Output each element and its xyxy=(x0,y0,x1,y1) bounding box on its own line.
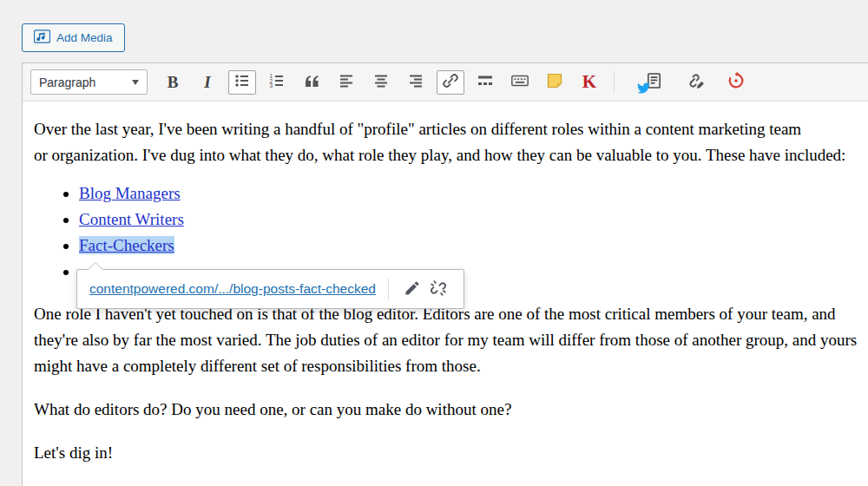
align-left-button[interactable] xyxy=(332,70,360,95)
align-left-icon xyxy=(338,72,355,92)
add-media-label: Add Media xyxy=(56,31,113,44)
bold-button[interactable]: B xyxy=(159,70,187,95)
blockquote-icon xyxy=(303,72,320,92)
paragraph: Over the last year, I've been writing a … xyxy=(34,116,868,168)
bulleted-list-button[interactable] xyxy=(228,70,256,95)
link-button[interactable] xyxy=(437,70,464,95)
fact-checkers-link[interactable]: Fact-Checkers xyxy=(79,236,174,254)
paragraph-line: What do editors do? Do you need one, or … xyxy=(34,397,868,423)
blockquote-button[interactable] xyxy=(298,70,326,95)
toolbar-toggle-button[interactable] xyxy=(506,70,534,95)
media-icon xyxy=(34,30,50,46)
paragraph-line: might have a completely different set of… xyxy=(34,353,868,379)
numbered-list-button[interactable]: 1 2 3 xyxy=(263,70,291,95)
edit-link-button[interactable] xyxy=(399,276,425,302)
bold-icon: B xyxy=(168,73,179,92)
add-media-button[interactable]: Add Media xyxy=(22,23,125,52)
paragraph-style-select[interactable]: Paragraph xyxy=(30,69,148,95)
align-right-button[interactable] xyxy=(402,70,430,95)
svg-text:3: 3 xyxy=(270,82,273,89)
revision-history-button[interactable] xyxy=(722,70,750,95)
unlink-icon xyxy=(429,279,448,300)
list-item: Content Writers xyxy=(79,207,868,233)
paragraph-line: Let's dig in! xyxy=(34,440,868,466)
sticky-note-button[interactable] xyxy=(541,70,569,95)
chevron-down-icon xyxy=(132,80,139,85)
content-writers-link[interactable]: Content Writers xyxy=(79,210,184,228)
twitter-embed-icon xyxy=(640,72,662,93)
italic-button[interactable]: I xyxy=(194,70,221,95)
history-icon xyxy=(727,71,746,93)
read-more-icon xyxy=(477,72,494,92)
paragraph: Let's dig in! xyxy=(34,440,868,466)
italic-icon: I xyxy=(204,73,210,92)
paragraph-line: or organization. I've dug into what they… xyxy=(34,142,868,168)
numbered-list-icon: 1 2 3 xyxy=(268,72,286,92)
link-preview-tooltip: contentpowered.com/.../blog-posts-fact-c… xyxy=(76,269,464,309)
k-button[interactable]: K xyxy=(575,70,603,95)
paragraph-line: they're also by far the most varied. The… xyxy=(34,327,868,353)
keyboard-icon xyxy=(510,71,529,93)
align-center-button[interactable] xyxy=(367,70,395,95)
align-right-icon xyxy=(407,72,424,92)
blog-managers-link[interactable]: Blog Managers xyxy=(79,184,181,202)
format-select-value: Paragraph xyxy=(39,76,95,89)
editor-toolbar: Paragraph B I 1 2 3 xyxy=(23,63,868,102)
sticky-note-icon xyxy=(546,72,563,92)
list-item: Blog Managers xyxy=(79,181,868,207)
align-center-icon xyxy=(372,72,390,92)
list-item: Fact-Checkers xyxy=(79,233,868,259)
link-preview-url[interactable]: contentpowered.com/.../blog-posts-fact-c… xyxy=(89,281,376,297)
toolbar-separator xyxy=(614,71,615,94)
read-more-button[interactable] xyxy=(471,70,499,95)
paragraph: One role I haven't yet touched on is tha… xyxy=(34,301,868,379)
link-icon xyxy=(441,71,460,93)
remove-link-button[interactable] xyxy=(425,276,451,302)
k-icon: K xyxy=(582,71,596,93)
twitter-embed-button[interactable] xyxy=(637,70,665,95)
edit-link-plugin-button[interactable] xyxy=(681,70,708,95)
bulleted-list-icon xyxy=(233,72,251,92)
link-pencil-icon xyxy=(684,71,705,93)
paragraph-line: Over the last year, I've been writing a … xyxy=(34,116,868,142)
paragraph: What do editors do? Do you need one, or … xyxy=(34,397,868,423)
pencil-icon xyxy=(404,279,421,299)
tooltip-divider xyxy=(388,278,389,300)
